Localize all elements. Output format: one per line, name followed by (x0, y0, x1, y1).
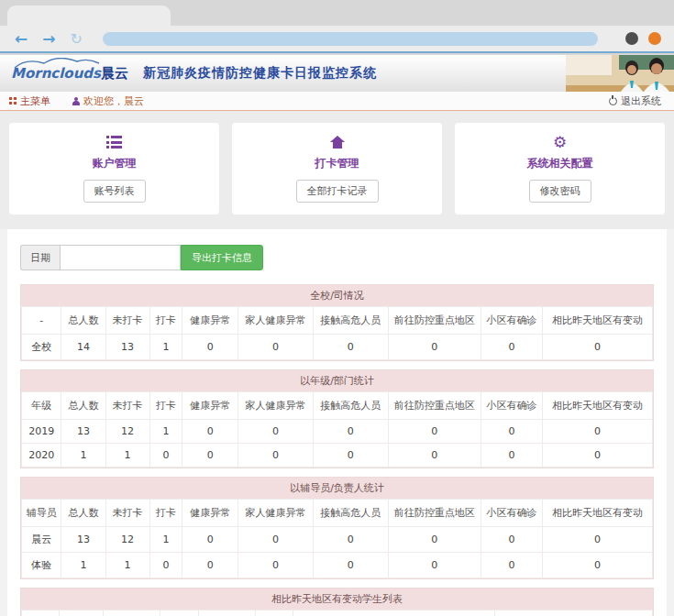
table-cell: 0 (481, 444, 542, 468)
main-menu-link[interactable]: 主菜单 (9, 94, 50, 108)
table-cell: 0 (481, 553, 542, 578)
table-cell: 晨云 (22, 527, 61, 553)
table-cell: 12 (105, 527, 149, 553)
table-cell: 13 (61, 420, 105, 444)
header-row: 辅导员总人数未打卡打卡健康异常家人健康异常接触高危人员前往防控重点地区小区有确诊… (22, 500, 653, 527)
column-header: 辅导员 (160, 610, 198, 616)
table-title: 以年级/部门统计 (21, 370, 653, 391)
grid-menu-icon (9, 97, 17, 104)
table-cell: 0 (149, 553, 182, 578)
account-list-button[interactable]: 账号列表 (83, 180, 146, 203)
date-input[interactable] (60, 245, 181, 270)
table-cell: 0 (313, 527, 388, 553)
table-cell: 0 (313, 335, 388, 360)
column-header: 健康异常 (182, 500, 238, 527)
table-cell: 2020 (22, 444, 61, 468)
export-checkin-button[interactable]: 导出打卡信息 (181, 245, 263, 270)
card-system-config: ⚙ 系统相关配置 修改密码 (455, 123, 665, 214)
table-row: 201913121000000 (22, 420, 653, 444)
all-checkin-records-button[interactable]: 全部打卡记录 (296, 180, 379, 203)
power-icon (609, 97, 617, 105)
table-cell: 0 (543, 420, 653, 444)
column-header: 相比昨天地区有变动 (543, 307, 653, 335)
column-header: 前往防控重点地区 (388, 307, 481, 335)
browser-chrome: ← → ↻ (0, 0, 674, 55)
card-title: 系统相关配置 (455, 156, 665, 171)
table-row: 全校14131000000 (22, 335, 653, 360)
profile-dot-icon[interactable] (625, 32, 638, 45)
header-row: 年级总人数未打卡打卡健康异常家人健康异常接触高危人员前往防控重点地区小区有确诊相… (22, 392, 653, 420)
table-cell: 0 (388, 420, 481, 444)
table-cell: 1 (61, 444, 105, 468)
table-cell: 0 (149, 444, 182, 468)
table-cell: 0 (481, 527, 542, 553)
table-cell: 0 (388, 335, 481, 360)
column-header: 小区有确诊 (481, 307, 542, 335)
table-cell: 1 (105, 553, 149, 578)
column-header: 小区有确诊 (481, 500, 542, 527)
welcome-label: 欢迎您，晨云 (83, 94, 144, 108)
table-cell: 1 (149, 420, 182, 444)
cloud-swoosh-icon (13, 58, 101, 69)
table-cell: 0 (388, 444, 481, 468)
table-cell: 0 (313, 553, 388, 578)
table-cell: 0 (182, 420, 238, 444)
column-header: 接触高危人员 (313, 392, 388, 420)
column-header: 未打卡 (105, 307, 149, 335)
column-header: 姓名 (22, 610, 60, 616)
column-header: 打卡 (149, 307, 182, 335)
column-header: 昨日打卡位置 (293, 610, 494, 616)
counselor-stats-section: 以辅导员/负责人统计 辅导员总人数未打卡打卡健康异常家人健康异常接触高危人员前往… (20, 477, 654, 579)
welcome-text: 欢迎您，晨云 (72, 94, 144, 108)
main-menu-label: 主菜单 (20, 94, 50, 108)
menu-dot-icon[interactable] (648, 32, 661, 45)
table-cell: 1 (105, 444, 149, 468)
date-filter: 日期 导出打卡信息 (20, 245, 654, 270)
logo-text-cn: 晨云 (101, 65, 128, 82)
column-header: 总人数 (61, 500, 105, 527)
page-title: 新冠肺炎疫情防控健康卡日报监控系统 (143, 65, 377, 82)
column-header: 打卡 (149, 500, 182, 527)
refresh-icon[interactable]: ↻ (71, 30, 83, 48)
table-cell: 0 (182, 553, 238, 578)
changed-students-table: 姓名学号班级辅导员联系电话移动级别昨日打卡位置今日打卡位置跨市四川省阿坝藏族羌族… (21, 610, 653, 616)
table-cell: 0 (238, 420, 313, 444)
forward-icon[interactable]: → (42, 31, 55, 47)
table-cell: 0 (238, 527, 313, 553)
counselor-stats-table: 辅导员总人数未打卡打卡健康异常家人健康异常接触高危人员前往防控重点地区小区有确诊… (21, 499, 653, 578)
table-cell: 0 (481, 420, 542, 444)
table-cell: 0 (238, 553, 313, 578)
table-cell: 0 (543, 553, 653, 578)
table-title: 全校/司情况 (21, 285, 653, 306)
browser-tab[interactable] (7, 6, 171, 26)
column-header: 小区有确诊 (481, 392, 542, 420)
column-header: 学号 (60, 610, 104, 616)
column-header: 健康异常 (182, 307, 238, 335)
table-cell: 体验 (22, 553, 61, 578)
table-cell: 1 (149, 527, 182, 553)
column-header: 家人健康异常 (238, 500, 313, 527)
grade-stats-table: 年级总人数未打卡打卡健康异常家人健康异常接触高危人员前往防控重点地区小区有确诊相… (21, 391, 653, 468)
list-icon (106, 136, 123, 148)
main-panel: 日期 导出打卡信息 全校/司情况 -总人数未打卡打卡健康异常家人健康异常接触高危… (7, 229, 667, 616)
column-header: 联系电话 (198, 610, 255, 616)
column-header: 年级 (22, 392, 61, 420)
address-bar[interactable] (103, 32, 598, 46)
table-cell: 0 (182, 335, 238, 360)
gear-icon: ⚙ (553, 135, 567, 150)
card-title: 账户管理 (9, 156, 219, 171)
table-row: 体验110000000 (22, 553, 653, 578)
logout-button[interactable]: 退出系统 (609, 94, 661, 108)
table-row: 2020110000000 (22, 444, 653, 468)
back-icon[interactable]: ← (15, 31, 28, 47)
welcome-navbar: 主菜单 欢迎您，晨云 退出系统 (0, 92, 674, 111)
home-icon (330, 136, 345, 148)
table-title: 以辅导员/负责人统计 (21, 478, 653, 499)
table-cell: 0 (238, 444, 313, 468)
column-header: 接触高危人员 (313, 307, 388, 335)
table-cell: 0 (543, 335, 653, 360)
change-password-button[interactable]: 修改密码 (529, 180, 591, 203)
card-title: 打卡管理 (232, 156, 442, 171)
table-title: 相比昨天地区有变动学生列表 (21, 588, 653, 610)
changed-students-section: 相比昨天地区有变动学生列表 姓名学号班级辅导员联系电话移动级别昨日打卡位置今日打… (20, 588, 654, 616)
